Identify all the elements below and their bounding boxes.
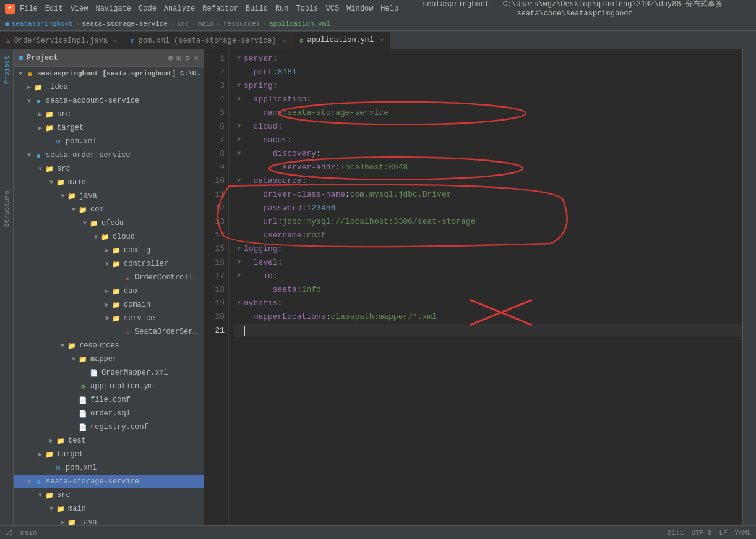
tree-item-order-src[interactable]: ▼ 📁 src (14, 162, 204, 176)
add-icon[interactable]: ⊕ (168, 53, 173, 63)
menu-edit[interactable]: Edit (45, 4, 63, 13)
tab-pomxml[interactable]: m pom.xml (seata-storage-service) ✕ (124, 32, 293, 49)
menu-bar[interactable]: File Edit View Navigate Code Analyze Ref… (20, 4, 398, 13)
project-tab[interactable]: Project (1, 52, 12, 88)
menu-refactor[interactable]: Refactor (202, 4, 238, 13)
tree-item-order-java[interactable]: ▼ 📁 java (14, 189, 204, 203)
tree-item-order-registry[interactable]: 📄 registry.conf (14, 420, 204, 434)
tree-item-order-serviceclass[interactable]: ☕ SeataOrderService... (14, 325, 204, 339)
item-label: service (124, 314, 155, 323)
file-type: YAML (735, 529, 751, 537)
fold-arrow-15[interactable]: ▼ (234, 242, 244, 256)
code-editor[interactable]: ▼ server: ··port: 8181 ▼ spring: ▼ ··app… (229, 49, 742, 525)
menu-window[interactable]: Window (346, 4, 373, 13)
code-line-12: ····password: 123456 (234, 202, 742, 215)
folder-icon: 📁 (78, 354, 88, 364)
fold-arrow-10[interactable]: ▼ (234, 174, 244, 188)
close-sidebar-icon[interactable]: ✕ (194, 53, 199, 63)
tree-item-order-cloud[interactable]: ▼ 📁 cloud (14, 230, 204, 244)
tab-applicationyml[interactable]: ⚙ application.yml ✕ (293, 32, 391, 49)
tree-item-storage-service[interactable]: ▼ ◼ seata-storage-service (14, 475, 204, 488)
menu-run[interactable]: Run (275, 4, 289, 13)
breadcrumb-resources[interactable]: resources (223, 20, 260, 28)
structure-tab[interactable]: Structure (1, 187, 12, 231)
fold-arrow-16[interactable]: ▼ (234, 256, 244, 270)
fold-arrow-7[interactable]: ▼ (234, 134, 244, 147)
menu-file[interactable]: File (20, 4, 38, 13)
tree-item-order-controllerclass[interactable]: ☕ OrderController... (14, 271, 204, 284)
tree-item-order-mapperxml[interactable]: 📄 OrderMapper.xml (14, 366, 204, 380)
expand-arrow: ▶ (103, 301, 111, 308)
tree-item-order-test[interactable]: ▶ 📁 test (14, 434, 204, 448)
item-label: qfedu (101, 219, 124, 227)
menu-analyze[interactable]: Analyze (164, 4, 195, 13)
tree-item-order-resources[interactable]: ▼ 📁 resources (14, 339, 204, 352)
line-numbers: 1 2 3 4 5 6 7 8 9 10 11 12 13 14 15 16 1… (204, 49, 229, 525)
tree-item-order-controller[interactable]: ▼ 📁 controller (14, 257, 204, 271)
tab-close[interactable]: ✕ (283, 37, 286, 45)
folder-icon: 📁 (67, 341, 77, 350)
fold-arrow-1[interactable]: ▼ (234, 52, 244, 66)
menu-build[interactable]: Build (246, 4, 268, 13)
yml-icon: ⚙ (299, 36, 304, 45)
menu-view[interactable]: View (71, 4, 88, 13)
tree-item-order-sql[interactable]: 📄 order.sql (14, 407, 204, 420)
breadcrumb-item[interactable]: ◼ (5, 20, 9, 28)
breadcrumb-main[interactable]: main (198, 20, 214, 28)
fold-arrow-3[interactable]: ▼ (234, 79, 244, 93)
tree-item-account-src[interactable]: ▶ 📁 src (14, 108, 204, 121)
tree-item-order-service-folder[interactable]: ▼ 📁 service (14, 312, 204, 325)
code-line-18: ······seata: info (234, 283, 742, 297)
menu-vcs[interactable]: VCS (326, 4, 340, 13)
breadcrumb-file[interactable]: application.yml (269, 20, 330, 28)
tree-item-order-mapper-folder[interactable]: ▼ 📁 mapper (14, 352, 204, 366)
tree-root[interactable]: ▼ ◼ seataspringboot [seata-springboot] C… (14, 67, 204, 80)
breadcrumb-module[interactable]: seata-storage-service (82, 20, 168, 28)
menu-help[interactable]: Help (380, 4, 398, 13)
tree-item-idea[interactable]: ▶ 📁 .idea (14, 80, 204, 94)
tree-item-account-pom[interactable]: m pom.xml (14, 135, 204, 148)
tree-item-storage-java[interactable]: ▶ 📁 java (14, 516, 204, 525)
breadcrumb: ◼ seataspringboot › seata-storage-servic… (0, 17, 756, 31)
fold-arrow-17[interactable]: ▼ (234, 270, 244, 283)
item-label: mapper (90, 355, 117, 363)
menu-navigate[interactable]: Navigate (95, 4, 131, 13)
tree-item-order-com[interactable]: ▼ 📁 com (14, 203, 204, 216)
tab-close[interactable]: ✕ (380, 36, 384, 44)
expand-arrow: ▶ (36, 111, 45, 118)
collapse-icon[interactable]: ⊟ (177, 53, 182, 63)
tree-item-account-service[interactable]: ▼ ◼ seata-account-service (14, 94, 204, 108)
tree-item-storage-main[interactable]: ▼ 📁 main (14, 502, 204, 516)
fold-arrow-8[interactable]: ▼ (234, 147, 244, 161)
breadcrumb-src[interactable]: src (177, 20, 189, 28)
tab-orderserviceimpl[interactable]: ☕ OrderServiceImpl.java ✕ (0, 32, 124, 49)
menu-code[interactable]: Code (139, 4, 157, 13)
code-line-10: ▼ ··datasource: (234, 174, 742, 188)
fold-arrow-6[interactable]: ▼ (234, 120, 244, 134)
tree-item-order-appyml[interactable]: ⚙ application.yml (14, 380, 204, 393)
tab-label: pom.xml (seata-storage-service) (139, 36, 277, 45)
tree-item-order-main[interactable]: ▼ 📁 main (14, 176, 204, 189)
tree-item-account-target[interactable]: ▶ 📁 target (14, 121, 204, 135)
tree-item-order-pom[interactable]: m pom.xml (14, 461, 204, 475)
tree-item-order-config[interactable]: ▶ 📁 config (14, 244, 204, 257)
conf-file-icon: 📄 (78, 395, 88, 405)
tab-close[interactable]: ✕ (114, 37, 118, 45)
tree-item-order-domain[interactable]: ▶ 📁 domain (14, 298, 204, 312)
tree-item-order-qfedu[interactable]: ▼ 📁 qfedu (14, 216, 204, 230)
status-bar: ⎇ main 21:1 UTF-8 LF YAML (0, 525, 756, 539)
tree-item-order-fileconf[interactable]: 📄 file.conf (14, 393, 204, 407)
fold-arrow-4[interactable]: ▼ (234, 93, 244, 106)
tree-item-storage-src[interactable]: ▼ 📁 src (14, 488, 204, 502)
tree-item-order-dao[interactable]: ▶ 📁 dao (14, 284, 204, 298)
breadcrumb-project[interactable]: seataspringboot (12, 20, 73, 28)
menu-tools[interactable]: Tools (296, 4, 319, 13)
expand-arrow: ▼ (25, 98, 33, 104)
editor-area: 1 2 3 4 5 6 7 8 9 10 11 12 13 14 15 16 1… (204, 49, 742, 525)
fold-arrow-19[interactable]: ▼ (234, 297, 244, 310)
expand-arrow: ▼ (103, 261, 111, 268)
tree-item-order-target[interactable]: ▶ 📁 target (14, 448, 204, 461)
tree-item-order-service[interactable]: ▼ ◼ seata-order-service (14, 148, 204, 162)
settings-icon[interactable]: ⚙ (185, 53, 190, 63)
yml-file-icon: ⚙ (78, 381, 88, 391)
